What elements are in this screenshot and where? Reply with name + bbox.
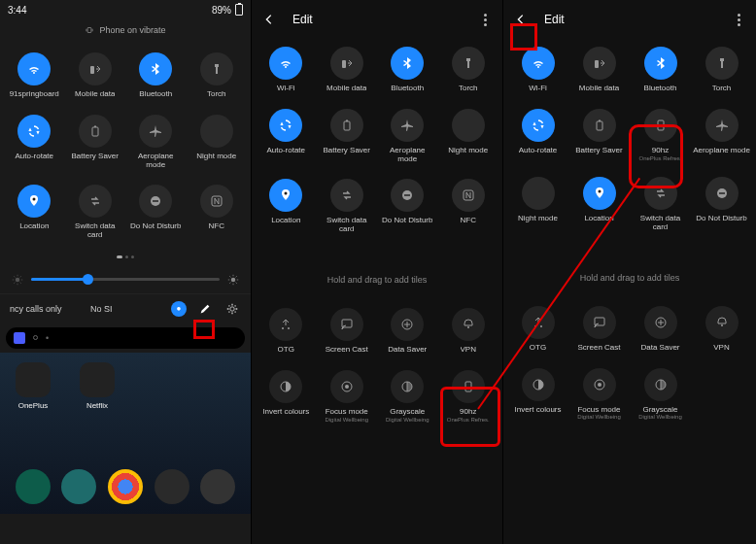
tile-swap[interactable]: Switch data card bbox=[630, 171, 691, 242]
tile-screen[interactable]: 90hzOnePlus Refres. bbox=[630, 103, 691, 171]
tile-button[interactable] bbox=[391, 47, 424, 80]
tile-plane[interactable]: Aeroplane mode bbox=[377, 103, 438, 174]
tile-plane[interactable]: Aeroplane mode bbox=[691, 103, 752, 171]
tile-data[interactable]: Mobile data bbox=[568, 41, 630, 103]
tile-button[interactable] bbox=[705, 47, 739, 80]
tile-cast[interactable]: Screen Cast bbox=[317, 302, 378, 364]
tile-data[interactable]: Mobile data bbox=[65, 47, 126, 109]
tile-button[interactable] bbox=[139, 185, 172, 218]
tile-torch[interactable]: Torch bbox=[691, 41, 752, 103]
edit-button[interactable] bbox=[196, 300, 214, 318]
tile-button[interactable] bbox=[200, 115, 233, 148]
tile-button[interactable] bbox=[644, 47, 677, 80]
tile-grayscale[interactable]: GrayscaleDigital Wellbeing bbox=[630, 362, 691, 430]
tile-moon[interactable]: Night mode bbox=[187, 109, 248, 180]
tile-button[interactable] bbox=[705, 109, 739, 142]
tile-battery[interactable]: Battery Saver bbox=[568, 103, 630, 171]
tile-button[interactable] bbox=[391, 109, 424, 142]
tile-moon[interactable]: Night mode bbox=[438, 103, 499, 174]
tile-button[interactable] bbox=[200, 52, 233, 85]
tile-focus[interactable]: Focus modeDigital Wellbeing bbox=[317, 364, 378, 432]
tile-button[interactable] bbox=[583, 47, 616, 80]
tile-button[interactable] bbox=[330, 370, 363, 403]
tile-button[interactable] bbox=[644, 306, 677, 339]
tile-button[interactable] bbox=[330, 308, 363, 341]
menu-button[interactable] bbox=[729, 14, 748, 26]
back-button[interactable] bbox=[511, 10, 531, 29]
tile-nfc[interactable]: NFC bbox=[438, 173, 499, 244]
dock-chrome[interactable] bbox=[108, 469, 143, 504]
brightness-slider[interactable] bbox=[0, 266, 251, 293]
tile-datasaver[interactable]: Data Saver bbox=[630, 300, 691, 362]
tile-button[interactable] bbox=[269, 370, 302, 403]
tile-button[interactable] bbox=[522, 109, 555, 142]
tile-button[interactable] bbox=[452, 109, 485, 142]
tile-wifi[interactable]: Wi-Fi bbox=[256, 41, 317, 103]
tile-button[interactable] bbox=[79, 185, 112, 218]
tile-plane[interactable]: Aeroplane mode bbox=[125, 109, 187, 180]
tile-button[interactable] bbox=[583, 368, 616, 401]
back-button[interactable] bbox=[259, 10, 279, 29]
tile-button[interactable] bbox=[391, 370, 424, 403]
tile-battery[interactable]: Battery Saver bbox=[65, 109, 126, 180]
tile-rotate[interactable]: Auto-rotate bbox=[256, 103, 317, 174]
tile-dnd[interactable]: Do Not Disturb bbox=[125, 179, 187, 250]
tile-button[interactable] bbox=[705, 306, 739, 339]
media-pill[interactable]: • bbox=[6, 327, 245, 349]
tile-button[interactable] bbox=[330, 179, 363, 212]
tile-swap[interactable]: Switch data card bbox=[317, 173, 378, 244]
tile-button[interactable] bbox=[522, 306, 555, 339]
tile-data[interactable]: Mobile data bbox=[317, 41, 378, 103]
tile-bluetooth[interactable]: Bluetooth bbox=[125, 47, 187, 109]
tile-button[interactable] bbox=[452, 179, 485, 212]
page-dots[interactable] bbox=[0, 252, 251, 266]
tile-button[interactable] bbox=[644, 368, 677, 401]
tile-button[interactable] bbox=[452, 308, 485, 341]
tile-vpn[interactable]: VPN bbox=[691, 300, 752, 362]
tile-screen[interactable]: 90hzOnePlus Refres. bbox=[438, 364, 499, 432]
tile-nfc[interactable]: NFC bbox=[187, 179, 248, 250]
tile-button[interactable] bbox=[139, 52, 172, 85]
tile-button[interactable] bbox=[330, 109, 363, 142]
tile-button[interactable] bbox=[79, 115, 112, 148]
tile-torch[interactable]: Torch bbox=[438, 41, 499, 103]
tile-wifi[interactable]: Wi-Fi bbox=[507, 41, 568, 103]
tile-grayscale[interactable]: GrayscaleDigital Wellbeing bbox=[377, 364, 438, 432]
tile-focus[interactable]: Focus modeDigital Wellbeing bbox=[568, 362, 630, 430]
tile-button[interactable] bbox=[269, 109, 302, 142]
tile-location[interactable]: Location bbox=[256, 173, 317, 244]
dock-phone[interactable] bbox=[16, 469, 51, 504]
home-app[interactable]: OnePlus bbox=[16, 362, 51, 410]
tile-button[interactable] bbox=[17, 52, 51, 85]
tile-button[interactable] bbox=[583, 177, 616, 210]
tile-button[interactable] bbox=[705, 177, 739, 210]
sim-selector[interactable]: ● bbox=[171, 301, 187, 317]
tile-swap[interactable]: Switch data card bbox=[65, 179, 126, 250]
tile-rotate[interactable]: Auto-rotate bbox=[507, 103, 568, 171]
menu-button[interactable] bbox=[475, 14, 495, 26]
tile-invert[interactable]: Invert colours bbox=[256, 364, 317, 432]
tile-otg[interactable]: OTG bbox=[507, 300, 568, 362]
tile-button[interactable] bbox=[79, 52, 112, 85]
tile-button[interactable] bbox=[330, 47, 363, 80]
tile-button[interactable] bbox=[452, 47, 485, 80]
tile-button[interactable] bbox=[452, 370, 485, 403]
tile-button[interactable] bbox=[17, 185, 51, 218]
tile-button[interactable] bbox=[391, 179, 424, 212]
tile-cast[interactable]: Screen Cast bbox=[568, 300, 630, 362]
brightness-track[interactable] bbox=[31, 278, 220, 281]
tile-otg[interactable]: OTG bbox=[256, 302, 317, 364]
tile-vpn[interactable]: VPN bbox=[438, 302, 499, 364]
tile-location[interactable]: Location bbox=[568, 171, 630, 242]
tile-button[interactable] bbox=[522, 368, 555, 401]
tile-rotate[interactable]: Auto-rotate bbox=[4, 109, 65, 180]
tile-datasaver[interactable]: Data Saver bbox=[377, 302, 438, 364]
tile-invert[interactable]: Invert colours bbox=[507, 362, 568, 430]
tile-button[interactable] bbox=[200, 185, 233, 218]
tile-button[interactable] bbox=[269, 179, 302, 212]
tile-button[interactable] bbox=[139, 115, 172, 148]
dock-app[interactable] bbox=[155, 469, 189, 504]
tile-button[interactable] bbox=[522, 47, 555, 80]
tile-bluetooth[interactable]: Bluetooth bbox=[377, 41, 438, 103]
tile-button[interactable] bbox=[269, 47, 302, 80]
